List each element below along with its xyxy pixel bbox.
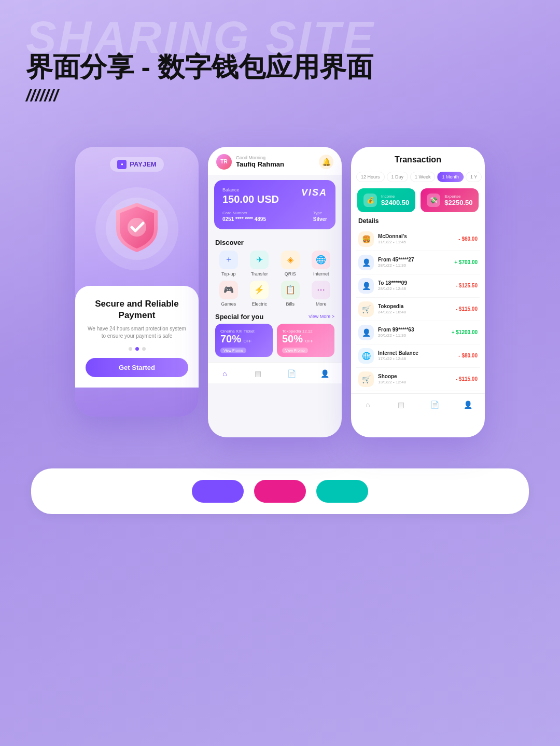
phone-onboarding: PAYJEM: [75, 147, 199, 417]
income-block: Income $2400.50: [381, 194, 409, 206]
tx-info-shoope: Shoope 13/1/22 • 12:48: [378, 374, 452, 384]
tx-icon-internet: 🌐: [358, 348, 374, 364]
income-value: $2400.50: [381, 199, 409, 206]
filter-1y[interactable]: 1 Y: [466, 172, 482, 182]
swatch-pink: [254, 480, 306, 503]
internet-label: Internet: [313, 271, 329, 277]
visa-logo: VISA: [301, 187, 327, 198]
summary-row: 💰 Income $2400.50 💸 Expense $2250.50: [351, 185, 485, 217]
discover-internet[interactable]: 🌐 Internet: [308, 251, 335, 277]
slash-decoration: ///////: [26, 86, 534, 105]
page-header: SHARING SITE 界面分享 - 数字钱包应用界面 ///////: [0, 0, 560, 116]
transfer-icon: ✈: [250, 251, 269, 269]
svg-point-0: [128, 218, 146, 237]
expense-label: Expense: [444, 194, 472, 199]
tx-name-internet: Internet Balance: [378, 350, 454, 356]
card-type-block: Type Silver: [313, 211, 327, 222]
expense-icon: 💸: [427, 194, 440, 207]
games-icon: 🎮: [219, 281, 238, 299]
nav3-home[interactable]: ⌂: [362, 399, 373, 410]
card-number-block: Card Number 0251 **** **** 4895: [222, 211, 266, 222]
tx-amount-tokopedia: - $115.00: [456, 306, 478, 312]
promo1-off: OFF: [243, 339, 251, 343]
payjem-name: PAYJEM: [130, 160, 156, 168]
payjem-icon: [117, 160, 127, 169]
swatch-purple: [192, 480, 244, 503]
tx-to18: 👤 To 18*****09 28/1/22 • 12:48 - $125.50: [356, 274, 480, 298]
phone-transaction: Transaction 12 Hours 1 Day 1 Week 1 Mont…: [351, 147, 485, 437]
promo-tokopedia[interactable]: Tokopedia 12.12 50% OFF View Promo: [277, 324, 334, 357]
nav3-profile[interactable]: 👤: [463, 399, 474, 410]
tx-icon-tokopedia: 🛒: [358, 301, 374, 317]
more-label: More: [316, 301, 327, 307]
tx-from45: 👤 From 45*****27 28/1/22 • 11:30 + $700.…: [356, 251, 480, 274]
electric-icon: ⚡: [250, 281, 269, 299]
promo1-pct: 70%: [220, 333, 241, 344]
tx-shoope: 🛒 Shoope 13/1/22 • 12:48 - $115.00: [356, 368, 480, 391]
main-title: 界面分享 - 数字钱包应用界面: [26, 52, 534, 83]
tx-amount-internet: - $80.00: [458, 353, 478, 358]
tx-amount-from99: + $1200.00: [452, 329, 478, 335]
filter-1d[interactable]: 1 Day: [387, 172, 409, 182]
discover-games[interactable]: 🎮 Games: [215, 281, 242, 307]
special-title: Special for you: [215, 313, 263, 321]
dot-indicators: [86, 347, 188, 351]
tx-icon-shoope: 🛒: [358, 371, 374, 387]
filter-1m[interactable]: 1 Month: [437, 172, 464, 182]
nav-home[interactable]: ⌂: [219, 368, 230, 379]
tx-info-internet: Internet Balance 17/1/22 • 12:48: [378, 350, 454, 361]
promo2-btn[interactable]: View Promo: [282, 348, 308, 353]
filter-1w[interactable]: 1 Week: [410, 172, 435, 182]
avatar: TR: [216, 154, 232, 170]
dot-3: [142, 347, 146, 351]
bills-label: Bills: [286, 301, 295, 307]
phone-dashboard: TR Good Morning Taufiq Rahman 🔔 Balance …: [208, 147, 342, 437]
tx-name-to18: To 18*****09: [378, 280, 452, 286]
transfer-label: Transfer: [251, 271, 268, 277]
tx-amount-mcdonalds: - $60.00: [458, 236, 478, 242]
tx-amount-shoope: - $115.00: [456, 376, 478, 382]
discover-transfer[interactable]: ✈ Transfer: [246, 251, 273, 277]
nav-wallet[interactable]: ▤: [253, 368, 264, 379]
user-name: Taufiq Rahman: [236, 160, 284, 168]
onboarding-subtitle: We have 24 hours smart protection system…: [86, 325, 188, 340]
tx-date-tokopedia: 24/1/22 • 18:48: [378, 310, 452, 314]
promo2-pct: 50%: [282, 333, 303, 344]
tx-name-from99: From 99*****63: [378, 327, 447, 333]
internet-icon: 🌐: [312, 251, 330, 269]
discover-title: Discover: [208, 234, 342, 248]
promo2-off: OFF: [305, 339, 313, 343]
view-more-link[interactable]: View More >: [309, 314, 334, 319]
discover-electric[interactable]: ⚡ Electric: [246, 281, 273, 307]
discover-qris[interactable]: ◈ QRIS: [277, 251, 304, 277]
special-header: Special for you View More >: [208, 311, 342, 324]
tx-amount-from45: + $700.00: [454, 259, 478, 265]
promo1-btn[interactable]: View Promo: [220, 348, 246, 353]
more-icon: ⋯: [312, 281, 330, 299]
income-icon: 💰: [363, 194, 377, 207]
nav-doc[interactable]: 📄: [286, 368, 297, 379]
user-info: TR Good Morning Taufiq Rahman: [216, 154, 284, 170]
promo-cinema[interactable]: Cinema XXI Ticket 70% OFF View Promo: [215, 324, 273, 357]
tx-date-mcdonalds: 31/1/22 • 11:45: [378, 240, 454, 244]
details-title: Details: [351, 217, 485, 228]
discover-more[interactable]: ⋯ More: [308, 281, 335, 307]
tx-date-shoope: 13/1/22 • 12:48: [378, 380, 452, 384]
tx-info-mcdonalds: McDonnal's 31/1/22 • 11:45: [378, 233, 454, 244]
nav-profile[interactable]: 👤: [319, 368, 331, 379]
nav3-wallet[interactable]: ▤: [396, 399, 407, 410]
get-started-button[interactable]: Get Started: [86, 358, 188, 377]
nav3-tx[interactable]: 📄: [429, 399, 440, 410]
filter-12h[interactable]: 12 Hours: [356, 172, 385, 182]
tx-info-tokopedia: Tokopedia 24/1/22 • 18:48: [378, 303, 452, 314]
notification-bell[interactable]: 🔔: [319, 155, 333, 169]
discover-topup[interactable]: ＋ Top-up: [215, 251, 242, 277]
phone1-content: Secure and Reliable Payment We have 24 h…: [75, 286, 199, 388]
tx-date-from45: 28/1/22 • 11:30: [378, 263, 450, 268]
card-bottom: Card Number 0251 **** **** 4895 Type Sil…: [222, 211, 327, 222]
discover-bills[interactable]: 📋 Bills: [277, 281, 304, 307]
payjem-logo: PAYJEM: [110, 157, 163, 172]
card-number: 0251 **** **** 4895: [222, 216, 266, 222]
greeting-block: Good Morning Taufiq Rahman: [236, 155, 284, 168]
balance-block: Balance 150.00 USD: [222, 187, 279, 205]
